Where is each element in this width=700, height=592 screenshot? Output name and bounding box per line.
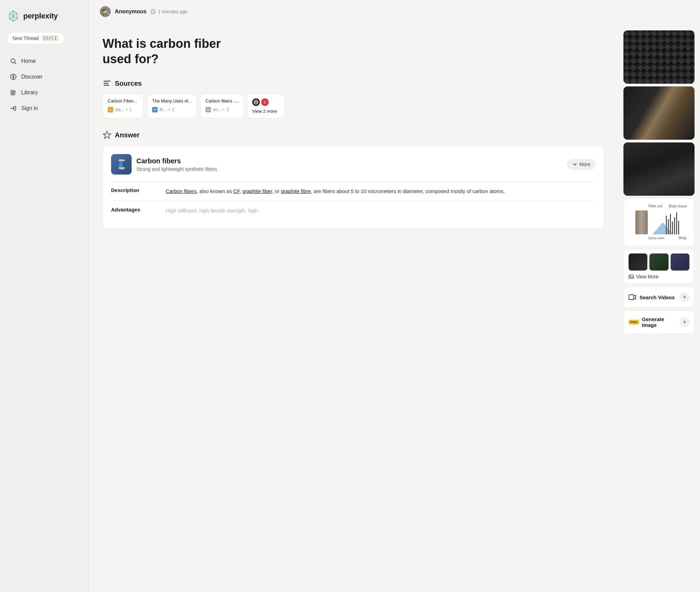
view-more-panel: View More — [623, 249, 695, 284]
perplexity-logo-icon — [7, 10, 20, 23]
question-title: What is carbon fiberused for? — [103, 36, 301, 67]
source-favicon-1: S — [108, 107, 113, 112]
diagram-spikes — [666, 212, 679, 234]
source-title-2: The Many Uses of... — [152, 98, 192, 104]
search-videos-left: Search Videos — [629, 293, 675, 301]
mini-thumb-3[interactable] — [671, 253, 689, 271]
diagram-roll — [635, 210, 648, 234]
source-title-3: Carbon fibers -... — [205, 98, 239, 104]
svg-point-8 — [13, 76, 14, 78]
mini-thumb-1[interactable] — [629, 253, 647, 271]
svg-rect-13 — [104, 81, 110, 82]
mini-thumb-2[interactable] — [649, 253, 668, 271]
advantages-row: Advantages High stiffness, high tensile … — [111, 201, 596, 220]
source-title-1: Carbon Fiber... — [108, 98, 138, 104]
generate-image-label: Generate Image — [642, 316, 680, 328]
description-value: Carbon fibers, also known as CF, graphit… — [166, 187, 505, 195]
answer-column: What is carbon fiberused for? Sources Ca… — [89, 24, 618, 592]
fiber-coil-label: Fiber coil — [648, 204, 662, 208]
answer-section-header: Answer — [103, 130, 604, 139]
main-area: 🕵️ Anonymous 1 minutes ago What is carbo… — [89, 0, 700, 592]
logo-area: perplexity — [7, 10, 82, 23]
advantages-value: High stiffness, high tensile strength, h… — [166, 207, 258, 215]
globe-icon — [252, 98, 260, 106]
view-more-sources-button[interactable]: C View 2 more — [247, 94, 285, 118]
graphite-fibre-link[interactable]: graphite fibre — [281, 188, 311, 194]
answer-icon — [103, 130, 111, 139]
image-icon — [629, 274, 634, 279]
body-tissue-label: Body tissue — [669, 204, 687, 208]
thumbnail-row — [629, 253, 689, 271]
avatar: 🕵️ — [100, 6, 111, 17]
sidebar-nav: Home Discover Library — [7, 54, 82, 117]
cf-link-2[interactable]: CF — [233, 188, 240, 194]
cf-link[interactable]: Carbon fibers — [166, 188, 197, 194]
signin-label: Sign in — [21, 105, 38, 111]
image-carbon-curve[interactable] — [623, 142, 695, 196]
image-carbon-weave[interactable] — [623, 30, 695, 84]
view-more-label: View 2 more — [252, 109, 277, 114]
svg-rect-14 — [104, 83, 108, 84]
search-icon — [10, 57, 17, 65]
sidebar-item-signin[interactable]: Sign in — [7, 101, 82, 115]
top-bar: 🕵️ Anonymous 1 minutes ago — [89, 0, 700, 24]
source-meta-3: W en... • 3 — [205, 107, 239, 112]
graphite-fiber-link[interactable]: graphite fiber — [242, 188, 272, 194]
more-button[interactable]: More — [567, 159, 596, 170]
answer-card-name: Carbon fibers — [136, 157, 562, 165]
sources-icon — [103, 79, 111, 88]
source-card-2[interactable]: The Many Uses of... Co th... • 2 — [147, 94, 197, 118]
new-thread-button[interactable]: New Thread Ctrl I — [7, 32, 65, 44]
view-more-images-button[interactable]: View More — [629, 274, 689, 279]
search-videos-label: Search Videos — [640, 294, 675, 300]
video-icon — [629, 293, 636, 301]
info-table: Description Carbon fibers, also known as… — [111, 181, 596, 220]
library-label: Library — [21, 90, 38, 96]
answer-card: 🧵 Carbon fibers Strong and lightweight s… — [103, 146, 604, 229]
epoxy-resin-label: Epoxy resin — [648, 236, 664, 240]
source-card-1[interactable]: Carbon Fiber... S sla... • 1 — [103, 94, 144, 118]
view-more-images-label: View More — [636, 274, 659, 279]
pro-badge: PRO — [629, 320, 639, 325]
view-more-icons: C — [252, 98, 269, 106]
timestamp: 1 minutes ago — [150, 9, 188, 14]
source-meta-1: S sla... • 1 — [108, 107, 138, 112]
source-site-3: en... — [213, 107, 221, 112]
sources-title: Sources — [115, 80, 142, 87]
library-icon — [10, 89, 17, 96]
source-num-1: 1 — [130, 107, 132, 112]
svg-marker-19 — [103, 131, 111, 138]
svg-rect-22 — [629, 295, 634, 300]
logo-text: perplexity — [23, 12, 58, 20]
source-site-2: th... — [160, 107, 166, 112]
search-videos-plus-button[interactable]: + — [680, 292, 689, 302]
diagram-inner: Fiber coil Body tissue Epoxy resin — [629, 204, 689, 241]
new-thread-label: New Thread — [13, 36, 39, 41]
diagram-card: Fiber coil Body tissue Epoxy resin — [623, 198, 695, 246]
sources-section-header: Sources — [103, 79, 604, 88]
wrap-label: Wrap — [678, 236, 687, 240]
sources-grid: Carbon Fiber... S sla... • 1 The Many Us… — [103, 94, 604, 118]
source-site-1: sla... — [115, 107, 124, 112]
username: Anonymous — [115, 9, 146, 15]
brand-icon-red: C — [261, 98, 269, 106]
sidebar-item-home[interactable]: Home — [7, 54, 82, 68]
content-area: What is carbon fiberused for? Sources Ca… — [89, 24, 700, 592]
advantages-label: Advantages — [111, 207, 159, 215]
source-num-3: 3 — [227, 107, 229, 112]
clock-icon — [150, 9, 156, 14]
image-carbon-detail[interactable] — [623, 86, 695, 140]
source-card-3[interactable]: Carbon fibers -... W en... • 3 — [200, 94, 244, 118]
search-videos-button[interactable]: Search Videos + — [623, 287, 695, 308]
answer-title: Answer — [115, 131, 139, 139]
generate-image-button[interactable]: PRO Generate Image + — [623, 311, 695, 334]
sidebar-item-library[interactable]: Library — [7, 85, 82, 100]
source-dot-1: • — [126, 107, 127, 112]
compass-icon — [10, 73, 17, 81]
generate-left: PRO Generate Image — [629, 316, 680, 328]
source-num-2: 2 — [172, 107, 174, 112]
generate-image-plus-button[interactable]: + — [680, 317, 689, 327]
source-favicon-3: W — [205, 107, 211, 112]
sidebar: perplexity New Thread Ctrl I Home — [0, 0, 89, 592]
sidebar-item-discover[interactable]: Discover — [7, 70, 82, 84]
